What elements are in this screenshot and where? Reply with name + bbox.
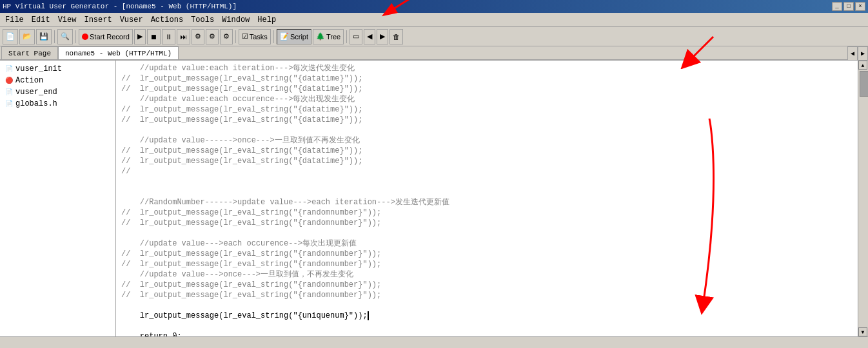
more-icon: ⚙ (209, 32, 215, 41)
status-bar (0, 336, 868, 348)
delete-button[interactable]: 🗑 (390, 29, 403, 44)
close-button[interactable]: × (855, 2, 865, 11)
nav-next-arrow[interactable]: ▶ (858, 46, 868, 61)
menu-insert[interactable]: Insert (80, 14, 115, 26)
sep5 (346, 30, 347, 43)
play-button[interactable]: ▶ (134, 29, 146, 44)
record-icon (82, 34, 88, 40)
start-record-label: Start Record (90, 33, 130, 41)
search-button[interactable]: 🔍 (57, 29, 73, 44)
script-label: Script (290, 33, 308, 41)
action-icon: 🔴 (5, 77, 13, 84)
title-bar: HP Virtual User Generator - [noname5 - W… (0, 0, 868, 13)
nav-left-button[interactable]: ◀ (364, 29, 375, 44)
nav-right-icon: ▶ (380, 32, 385, 41)
file-icon: 📄 (5, 100, 13, 108)
settings-button[interactable]: ⚙ (220, 29, 233, 44)
scroll-up-button[interactable]: ▲ (858, 61, 867, 70)
scroll-track[interactable] (858, 70, 868, 327)
tree-item-globals[interactable]: 📄 globals.h (0, 98, 115, 110)
tree-item-action[interactable]: 🔴 Action (0, 75, 115, 86)
tab-noname5[interactable]: noname5 - Web (HTTP/HTML) (58, 46, 179, 59)
scroll-thumb[interactable] (860, 71, 868, 97)
minimize-button[interactable]: _ (832, 2, 842, 11)
tree-item-label: vuser_end (15, 88, 57, 97)
tab-bar: Start Page noname5 - Web (HTTP/HTML) (0, 46, 868, 61)
code-editor[interactable]: //update value:each iteration--->每次迭代发生变… (116, 61, 858, 336)
compile-icon: ⚙ (195, 32, 201, 41)
menu-tools[interactable]: Tools (187, 14, 218, 26)
stop-button[interactable]: ⏹ (147, 29, 161, 44)
new-icon: 📄 (6, 32, 15, 41)
toolbar: 📄 📂 💾 🔍 Start Record ▶ ⏹ ⏸ ⏭ ⚙ ⚙ ⚙ ☑ Tas… (0, 27, 868, 46)
code-content: //update value:each iteration--->每次迭代发生变… (116, 61, 858, 336)
view1-button[interactable]: ▭ (350, 29, 362, 44)
file-icon: 📄 (5, 65, 13, 73)
menu-window[interactable]: Window (218, 14, 253, 26)
tree-label: Tree (326, 33, 340, 41)
tasks-button[interactable]: ☑ Tasks (239, 29, 271, 44)
start-record-button[interactable]: Start Record (79, 29, 133, 44)
nav-arrows: ◀ ▶ (847, 46, 868, 61)
save-icon: 💾 (39, 32, 48, 41)
open-button[interactable]: 📂 (19, 29, 35, 44)
delete-icon: 🗑 (393, 33, 400, 41)
tree-item-label: vuser_init (15, 64, 62, 73)
menu-file[interactable]: File (1, 14, 28, 26)
file-tree: 📄 vuser_init 🔴 Action 📄 vuser_end 📄 glob… (0, 61, 116, 336)
sep2 (75, 30, 76, 43)
tasks-label: Tasks (250, 33, 268, 41)
nav-prev-arrow[interactable]: ◀ (847, 46, 858, 61)
play-icon: ▶ (137, 32, 143, 41)
pause-icon: ⏸ (165, 33, 172, 41)
pause-button[interactable]: ⏸ (162, 29, 175, 44)
search-icon: 🔍 (61, 32, 70, 41)
more-button[interactable]: ⚙ (206, 29, 219, 44)
title-text: HP Virtual User Generator - [noname5 - W… (3, 3, 237, 10)
open-icon: 📂 (23, 32, 32, 41)
sep4 (273, 30, 274, 43)
step-button[interactable]: ⏭ (177, 29, 190, 44)
settings-icon: ⚙ (223, 32, 230, 41)
tab-start-page[interactable]: Start Page (1, 46, 58, 59)
nav-left-icon: ◀ (367, 32, 372, 41)
menu-help[interactable]: Help (253, 14, 280, 26)
step-icon: ⏭ (180, 33, 187, 41)
compile-button[interactable]: ⚙ (192, 29, 204, 44)
script-button[interactable]: 📝 Script (277, 29, 311, 44)
tree-item-vuser-end[interactable]: 📄 vuser_end (0, 86, 115, 98)
tree-item-label: globals.h (15, 99, 57, 108)
tasks-icon: ☑ (242, 32, 248, 41)
stop-icon: ⏹ (150, 33, 157, 41)
tree-item-label: Action (15, 76, 43, 85)
maximize-button[interactable]: □ (843, 2, 854, 11)
save-button[interactable]: 💾 (36, 29, 52, 44)
new-button[interactable]: 📄 (3, 29, 18, 44)
scroll-down-button[interactable]: ▼ (858, 327, 867, 336)
script-icon: 📝 (280, 32, 289, 41)
menu-actions[interactable]: Actions (147, 14, 187, 26)
tree-item-vuser-init[interactable]: 📄 vuser_init (0, 63, 115, 75)
menu-edit[interactable]: Edit (28, 14, 54, 26)
menu-vuser[interactable]: Vuser (116, 14, 147, 26)
sep1 (54, 30, 55, 43)
menu-bar: File Edit View Insert Vuser Actions Tool… (0, 13, 868, 27)
vertical-scrollbar[interactable]: ▲ ▼ (858, 61, 868, 336)
nav-right-button[interactable]: ▶ (377, 29, 388, 44)
tab-and-nav: Start Page noname5 - Web (HTTP/HTML) ◀ ▶ (0, 46, 868, 61)
tree-icon: 🌲 (316, 32, 325, 41)
tree-button[interactable]: 🌲 Tree (313, 29, 344, 44)
file-icon: 📄 (5, 88, 13, 96)
menu-view[interactable]: View (54, 14, 81, 26)
main-content: 📄 vuser_init 🔴 Action 📄 vuser_end 📄 glob… (0, 61, 868, 336)
sep3 (235, 30, 236, 43)
view1-icon: ▭ (353, 32, 359, 41)
